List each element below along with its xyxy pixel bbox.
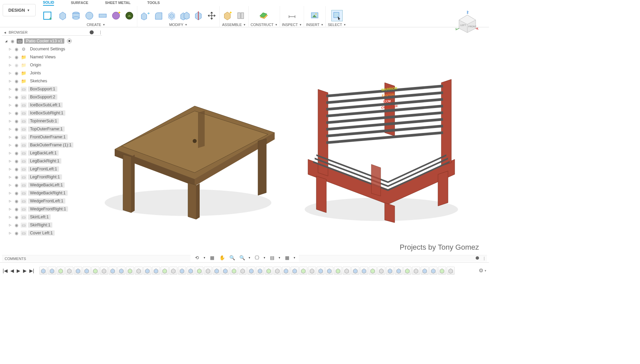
tree-item[interactable]: ▷◉▭LegFrontRight:1 xyxy=(2,173,102,181)
timeline-step[interactable] xyxy=(117,267,125,275)
expander-icon[interactable]: ▷ xyxy=(8,191,12,195)
expander-icon[interactable]: ▷ xyxy=(8,175,12,179)
comments-add-icon[interactable] xyxy=(476,256,479,260)
visibility-icon[interactable]: ◉ xyxy=(13,71,19,76)
display-settings-icon[interactable]: 🖵 xyxy=(254,254,260,261)
select-group-label[interactable]: SELECT▼ xyxy=(328,21,346,27)
timeline-step[interactable] xyxy=(403,267,411,275)
orbit-icon[interactable]: ⟲ xyxy=(194,254,200,261)
timeline-back-icon[interactable]: ◀ xyxy=(10,268,14,273)
timeline-step[interactable] xyxy=(299,267,307,275)
tree-item[interactable]: ▷◉📁Joints xyxy=(2,69,102,77)
tree-item[interactable]: ▷◉▭SkirRight:1 xyxy=(2,221,102,229)
timeline-step[interactable] xyxy=(195,267,203,275)
timeline-step[interactable] xyxy=(83,267,91,275)
visibility-icon[interactable]: ◉ xyxy=(13,63,19,68)
tree-item[interactable]: ▷◉▭IceBoxSubRight:1 xyxy=(2,109,102,117)
timeline-end-icon[interactable]: ▶| xyxy=(29,268,34,273)
timeline-step[interactable] xyxy=(291,267,299,275)
tree-item[interactable]: ▷◉▭IceBoxSubLeft:1 xyxy=(2,101,102,109)
visibility-icon[interactable]: ◉ xyxy=(13,167,19,172)
tree-item[interactable]: ▷◉▭SkirtLeft:1 xyxy=(2,213,102,221)
visibility-icon[interactable]: ◉ xyxy=(13,111,19,116)
workspace-switcher-button[interactable]: DESIGN ▼ xyxy=(3,4,36,16)
timeline-step[interactable] xyxy=(239,267,247,275)
visibility-icon[interactable]: ◉ xyxy=(13,215,19,220)
timeline-step[interactable] xyxy=(256,267,264,275)
timeline-step[interactable] xyxy=(57,267,65,275)
expander-icon[interactable]: ▷ xyxy=(8,79,12,83)
zoom-icon[interactable]: 🔍 xyxy=(229,254,235,261)
create-box-icon[interactable] xyxy=(57,10,68,21)
visibility-icon[interactable]: ◉ xyxy=(13,79,19,84)
timeline-step[interactable] xyxy=(429,267,437,275)
timeline-play-icon[interactable]: ▶ xyxy=(17,268,20,273)
visibility-icon[interactable]: ◉ xyxy=(13,95,19,100)
timeline-step[interactable] xyxy=(438,267,446,275)
tree-item[interactable]: ▷◉▭BoxSupport:1 xyxy=(2,85,102,93)
expander-icon[interactable]: ▷ xyxy=(8,55,12,59)
timeline-step[interactable] xyxy=(204,267,212,275)
timeline-step[interactable] xyxy=(100,267,108,275)
create-form-icon[interactable]: ✦ xyxy=(110,10,122,21)
visibility-icon[interactable]: ◉ xyxy=(13,119,19,124)
tree-root[interactable]: ◢ ◉ ▭ Patio Cooler v13 v1 xyxy=(2,37,102,45)
expander-icon[interactable]: ▷ xyxy=(8,47,12,51)
timeline-step[interactable] xyxy=(421,267,429,275)
split-body-icon[interactable] xyxy=(193,10,204,21)
bench-model[interactable]: WARRIOR EASTON CCM CHRISTIAN xyxy=(295,76,468,223)
timeline-step[interactable] xyxy=(230,267,238,275)
browser-option-icon[interactable] xyxy=(90,30,94,34)
timeline-step[interactable] xyxy=(351,267,359,275)
timeline-step[interactable] xyxy=(152,267,160,275)
visibility-icon[interactable]: ◉ xyxy=(13,183,19,188)
expander-icon[interactable]: ▷ xyxy=(8,95,12,99)
expander-icon[interactable]: ▷ xyxy=(8,119,12,123)
create-sphere-icon[interactable] xyxy=(84,10,95,21)
zoom-window-icon[interactable]: 🔍 xyxy=(239,254,245,261)
visibility-icon[interactable]: ◉ xyxy=(13,231,19,236)
timeline-step[interactable] xyxy=(169,267,177,275)
visibility-icon[interactable]: ◉ xyxy=(13,223,19,228)
timeline-step[interactable] xyxy=(282,267,290,275)
visibility-icon[interactable]: ◉ xyxy=(13,103,19,108)
visibility-icon[interactable]: ◉ xyxy=(9,39,15,44)
timeline-step[interactable] xyxy=(126,267,134,275)
tree-item[interactable]: ▷◉▭Cover Left:1 xyxy=(2,229,102,237)
timeline-forward-icon[interactable]: ▶ xyxy=(23,268,27,273)
visibility-icon[interactable]: ◉ xyxy=(13,135,19,140)
visibility-icon[interactable]: ◉ xyxy=(13,143,19,148)
press-pull-icon[interactable] xyxy=(139,10,151,21)
timeline-step[interactable] xyxy=(343,267,351,275)
browser-pin-icon[interactable]: ⎹ xyxy=(97,30,101,35)
timeline-step[interactable] xyxy=(143,267,151,275)
tab-surface[interactable]: SURFACE xyxy=(71,1,88,5)
move-icon[interactable] xyxy=(206,10,217,21)
timeline-step[interactable] xyxy=(317,267,325,275)
visibility-icon[interactable]: ◉ xyxy=(13,159,19,164)
timeline-step[interactable] xyxy=(135,267,143,275)
tree-item[interactable]: ▷◉▭TopInnerSub:1 xyxy=(2,117,102,125)
expander-icon[interactable]: ▷ xyxy=(8,199,12,203)
tree-item[interactable]: ▷◉▭WedgeBackRight:1 xyxy=(2,189,102,197)
tree-item[interactable]: ▷◉▭WedgeFrontRight:1 xyxy=(2,205,102,213)
timeline-step[interactable] xyxy=(273,267,281,275)
expander-icon[interactable]: ▷ xyxy=(8,127,12,131)
tree-item[interactable]: ▷◉📁Origin xyxy=(2,61,102,69)
visibility-icon[interactable]: ◉ xyxy=(13,47,19,52)
timeline-step[interactable] xyxy=(39,267,47,275)
tree-item[interactable]: ▷◉▭TopOuterFrame:1 xyxy=(2,125,102,133)
tree-item[interactable]: ▷◉▭WedgeFrontLeft:1 xyxy=(2,197,102,205)
expander-icon[interactable]: ▷ xyxy=(8,159,12,163)
timeline-step[interactable] xyxy=(386,267,394,275)
expander-icon[interactable]: ▷ xyxy=(8,223,12,227)
comments-pin-icon[interactable]: ⎹ xyxy=(481,256,484,261)
fillet-icon[interactable] xyxy=(153,10,164,21)
timeline-step[interactable] xyxy=(447,267,455,275)
visibility-icon[interactable]: ◉ xyxy=(13,191,19,196)
expander-icon[interactable]: ▷ xyxy=(8,167,12,171)
tree-item[interactable]: ▷◉⚙Document Settings xyxy=(2,45,102,53)
grid-settings-icon[interactable]: ▤ xyxy=(269,254,275,261)
tree-item[interactable]: ▷◉📁Sketches xyxy=(2,77,102,85)
visibility-icon[interactable]: ◉ xyxy=(13,151,19,156)
